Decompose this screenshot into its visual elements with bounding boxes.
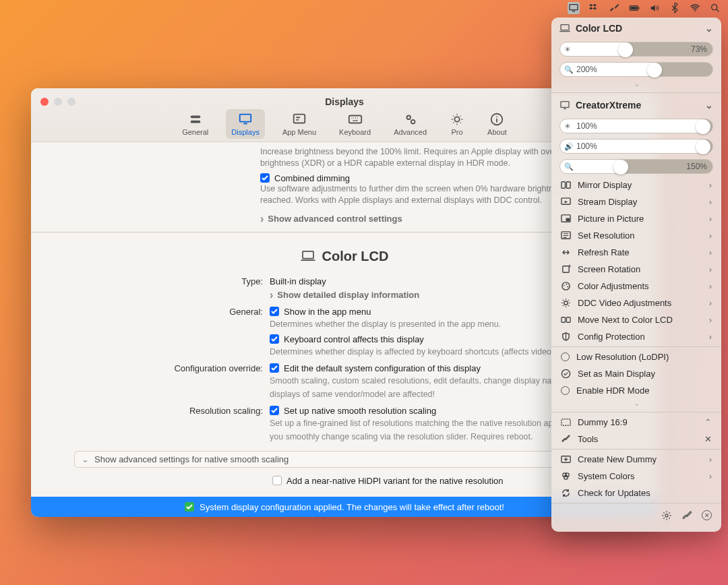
- svg-rect-20: [301, 259, 315, 261]
- action-check-for-updates[interactable]: Check for Updates: [551, 485, 721, 501]
- laptop-icon: [559, 24, 570, 32]
- setres-icon: [561, 230, 571, 241]
- tab-general[interactable]: General: [177, 109, 214, 139]
- svg-rect-29: [566, 218, 570, 222]
- tab-app-menu[interactable]: App Menu: [277, 109, 322, 139]
- menu-refresh-rate[interactable]: Refresh Rate›: [551, 244, 721, 261]
- chevron-right-icon: ›: [709, 281, 712, 291]
- panel-footer: ✕: [551, 505, 721, 528]
- tab-about[interactable]: About: [482, 109, 512, 139]
- action-create-new-dummy[interactable]: Create New Dummy›: [551, 451, 721, 468]
- expand-grip-2[interactable]: ⌄: [551, 399, 721, 410]
- chevron-right-icon: ›: [709, 214, 712, 224]
- display-menu-icon[interactable]: [568, 2, 580, 14]
- dummy-row[interactable]: Dummy 16:9 ⌃: [551, 414, 721, 431]
- add-hidpi-variant-checkbox[interactable]: [272, 476, 282, 485]
- menu-set-resolution[interactable]: Set Resolution›: [551, 227, 721, 244]
- combined-dimming-checkbox[interactable]: [260, 173, 270, 183]
- svg-rect-31: [563, 266, 569, 272]
- chevron-right-icon: ›: [709, 264, 712, 274]
- expand-grip-1[interactable]: ⌄: [551, 80, 721, 91]
- menubar: [561, 0, 728, 16]
- option-low-resolution-lodpi-[interactable]: Low Resolution (LoDPI): [551, 348, 721, 365]
- brightness-icon: ☀: [564, 45, 571, 54]
- native-scaling-checkbox[interactable]: [270, 406, 279, 415]
- display-menu-panel: Color LCD ⌄ ☀73% 🔍200% ⌄ CreatorXtreme ⌄…: [551, 18, 721, 532]
- plus-icon: [561, 454, 571, 464]
- svg-rect-40: [562, 419, 570, 425]
- tools-row[interactable]: Tools: [551, 431, 721, 448]
- move-icon: [561, 315, 571, 325]
- chevron-right-icon: ›: [709, 298, 712, 308]
- tools-icon[interactable]: [608, 2, 620, 14]
- svg-rect-23: [561, 102, 569, 108]
- svg-point-36: [564, 301, 568, 305]
- menu-mirror-display[interactable]: Mirror Display›: [551, 177, 721, 193]
- svg-rect-18: [497, 119, 498, 123]
- menu-config-protection[interactable]: Config Protection›: [551, 328, 721, 345]
- creator-zoom-slider[interactable]: 🔍150%: [559, 159, 713, 174]
- chevron-down-icon: ⌄: [705, 100, 713, 111]
- chevron-right-icon: ›: [709, 197, 712, 207]
- show-advanced-smooth-scaling[interactable]: Show advanced settings for native smooth…: [74, 451, 615, 468]
- config-override-label: Configuration override:: [46, 363, 270, 373]
- show-in-menu-checkbox[interactable]: [270, 307, 279, 316]
- panel-header-creatorxtreme[interactable]: CreatorXtreme ⌄: [551, 94, 721, 116]
- option-set-as-main-display[interactable]: Set as Main Display: [551, 365, 721, 382]
- menu-picture-in-picture[interactable]: Picture in Picture›: [551, 210, 721, 227]
- combined-dimming-label: Combined dimming: [274, 173, 350, 183]
- swatch-icon: [561, 471, 571, 481]
- keyboard-control-checkbox[interactable]: [270, 334, 279, 344]
- panel-header-color-lcd[interactable]: Color LCD ⌄: [551, 18, 721, 39]
- color-lcd-zoom-slider[interactable]: 🔍200%: [559, 62, 713, 77]
- menu-stream-display[interactable]: Stream Display›: [551, 193, 721, 210]
- chevron-right-icon: ›: [709, 471, 712, 481]
- option-enable-hdr-mode[interactable]: Enable HDR Mode: [551, 382, 721, 399]
- radio-icon: [561, 352, 570, 361]
- svg-rect-1: [572, 11, 575, 11]
- svg-rect-24: [564, 109, 566, 109]
- bluetooth-icon[interactable]: [669, 2, 681, 14]
- search-icon[interactable]: [709, 2, 721, 14]
- dropbox-icon[interactable]: [588, 2, 600, 14]
- quit-icon[interactable]: ✕: [702, 510, 712, 520]
- svg-point-33: [564, 285, 565, 286]
- menu-ddc-video-adjustments[interactable]: DDC Video Adjustments›: [551, 295, 721, 311]
- creator-brightness-slider[interactable]: ☀100%: [559, 119, 713, 133]
- tools-footer-icon[interactable]: [681, 510, 692, 524]
- edit-config-checkbox[interactable]: [270, 363, 279, 373]
- svg-point-13: [406, 116, 411, 120]
- zoom-icon: 🔍: [564, 65, 574, 74]
- menu-move-next-to-color-lcd[interactable]: Move Next to Color LCD›: [551, 311, 721, 328]
- tab-keyboard[interactable]: Keyboard: [334, 109, 376, 139]
- action-system-colors[interactable]: System Colors›: [551, 468, 721, 485]
- menu-color-adjustments[interactable]: Color Adjustments›: [551, 278, 721, 295]
- resolution-scaling-label: Resolution scaling:: [46, 406, 270, 416]
- battery-icon[interactable]: [628, 2, 640, 14]
- svg-rect-9: [240, 115, 251, 122]
- volume-icon[interactable]: [648, 2, 661, 14]
- settings-icon[interactable]: [661, 510, 672, 524]
- svg-rect-38: [566, 317, 570, 323]
- svg-rect-21: [561, 25, 569, 30]
- svg-rect-3: [638, 7, 639, 9]
- svg-rect-10: [243, 123, 247, 125]
- tab-advanced[interactable]: Advanced: [388, 109, 432, 139]
- svg-rect-12: [348, 116, 361, 123]
- creator-volume-slider[interactable]: 🔊100%: [559, 139, 713, 154]
- svg-rect-11: [294, 115, 305, 123]
- check-icon: [185, 502, 194, 512]
- chevron-right-icon: ›: [709, 247, 712, 257]
- menu-screen-rotation[interactable]: Screen Rotation›: [551, 261, 721, 278]
- close-icon[interactable]: [704, 434, 712, 444]
- tab-displays[interactable]: Displays: [226, 109, 265, 139]
- chevron-down-icon: ⌄: [705, 23, 713, 34]
- check-circle-icon: [561, 369, 571, 379]
- chevron-right-icon: ›: [709, 332, 712, 342]
- wifi-icon[interactable]: [689, 2, 701, 14]
- chevron-right-icon: ›: [709, 454, 712, 464]
- tab-pro[interactable]: Pro: [444, 109, 470, 139]
- tools-icon: [561, 434, 571, 444]
- svg-point-32: [562, 282, 570, 290]
- color-lcd-brightness-slider[interactable]: ☀73%: [559, 42, 713, 57]
